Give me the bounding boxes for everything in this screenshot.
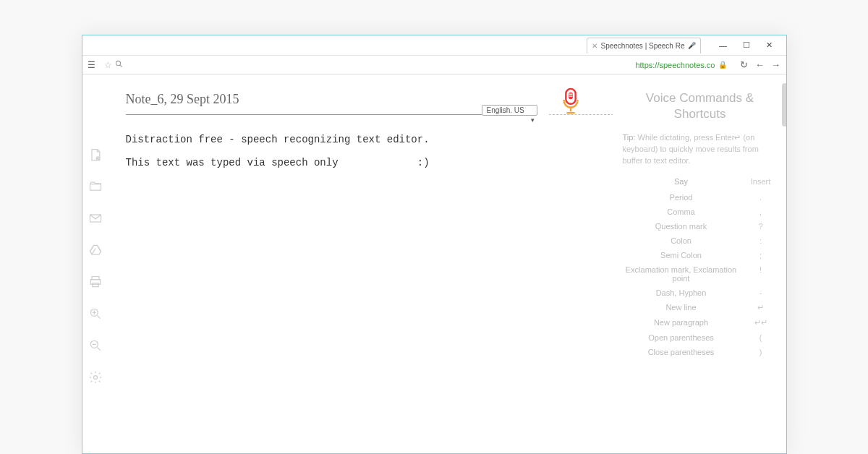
forward-icon[interactable]: → bbox=[770, 59, 782, 70]
nav-buttons: ↻ ← → bbox=[734, 59, 782, 70]
command-say: Semi Colon bbox=[623, 251, 744, 260]
drive-icon[interactable] bbox=[88, 242, 103, 258]
lock-icon: 🔒 bbox=[718, 61, 727, 69]
minimize-button[interactable]: — bbox=[714, 39, 733, 52]
command-row: Exclamation mark, Exclamation point! bbox=[623, 262, 778, 286]
commands-table: Say Insert Period.Comma,Question mark?Co… bbox=[623, 177, 778, 359]
tab-mic-icon: 🎤 bbox=[688, 42, 696, 49]
command-row: Close parentheses) bbox=[623, 345, 778, 359]
open-folder-icon[interactable] bbox=[88, 179, 103, 194]
addressbar: ☰ ☆ https://speechnotes.co 🔒 ↻ ← → bbox=[82, 56, 786, 74]
tab-title: Speechnotes | Speech Re bbox=[600, 42, 684, 50]
command-say: New paragraph bbox=[623, 318, 744, 327]
language-select[interactable]: English. US bbox=[482, 105, 537, 116]
svg-point-9 bbox=[93, 376, 97, 380]
command-insert: ! bbox=[744, 265, 778, 283]
left-toolbar bbox=[82, 74, 109, 453]
svg-rect-4 bbox=[92, 277, 99, 280]
page-content: Note_6, 29 Sept 2015 English. US bbox=[82, 74, 786, 453]
command-insert: ( bbox=[744, 333, 778, 342]
command-say: Open parentheses bbox=[623, 333, 744, 342]
command-row: New line↵ bbox=[623, 300, 778, 315]
sidebar-heading: Voice Commands & Shortcuts bbox=[623, 90, 778, 122]
col-insert: Insert bbox=[744, 177, 778, 186]
command-insert: ↵ bbox=[744, 303, 778, 312]
back-icon[interactable]: ← bbox=[754, 59, 766, 70]
svg-line-1 bbox=[119, 65, 122, 67]
command-row: New paragraph↵↵ bbox=[623, 315, 778, 330]
titlebar: ✕ Speechnotes | Speech Re 🎤 — ☐ ✕ bbox=[82, 35, 786, 56]
scrollbar-thumb[interactable] bbox=[782, 83, 786, 127]
command-say: Period bbox=[623, 193, 744, 202]
command-say: New line bbox=[623, 303, 744, 312]
search-icon[interactable] bbox=[115, 60, 123, 69]
command-row: Period. bbox=[623, 190, 778, 205]
command-insert: : bbox=[744, 236, 778, 245]
command-insert: - bbox=[744, 288, 778, 297]
command-say: Question mark bbox=[623, 222, 744, 231]
command-insert: ; bbox=[744, 251, 778, 260]
note-title[interactable]: Note_6, 29 Sept 2015 bbox=[126, 92, 239, 106]
svg-rect-13 bbox=[569, 95, 572, 96]
menu-icon[interactable]: ☰ bbox=[87, 60, 97, 70]
print-icon[interactable] bbox=[88, 274, 103, 290]
close-button[interactable]: ✕ bbox=[760, 39, 779, 52]
settings-icon[interactable] bbox=[88, 369, 103, 385]
url-field[interactable]: ☆ https://speechnotes.co 🔒 bbox=[101, 59, 730, 72]
command-row: Semi Colon; bbox=[623, 248, 778, 262]
command-say: Exclamation mark, Exclamation point bbox=[623, 265, 744, 283]
command-row: Dash, Hyphen- bbox=[623, 286, 778, 300]
command-say: Colon bbox=[623, 236, 744, 245]
command-insert: , bbox=[744, 207, 778, 216]
browser-tab[interactable]: ✕ Speechnotes | Speech Re 🎤 bbox=[587, 38, 700, 53]
note-body[interactable]: Distraction free - speech recognizing te… bbox=[126, 134, 595, 168]
command-say: Comma bbox=[623, 207, 744, 216]
svg-rect-6 bbox=[92, 283, 98, 287]
note-title-row: Note_6, 29 Sept 2015 English. US bbox=[126, 92, 537, 115]
svg-rect-12 bbox=[569, 94, 572, 95]
maximize-button[interactable]: ☐ bbox=[737, 39, 756, 52]
svg-rect-11 bbox=[569, 93, 573, 99]
command-row: Comma, bbox=[623, 205, 778, 219]
command-insert: ? bbox=[744, 222, 778, 231]
command-say: Dash, Hyphen bbox=[623, 288, 744, 297]
command-say: Close parentheses bbox=[623, 348, 744, 356]
command-insert: ) bbox=[744, 348, 778, 356]
browser-window: ✕ Speechnotes | Speech Re 🎤 — ☐ ✕ ☰ ☆ ht… bbox=[82, 35, 787, 454]
zoom-in-icon[interactable] bbox=[88, 306, 103, 322]
command-insert: ↵↵ bbox=[744, 318, 778, 327]
reload-icon[interactable]: ↻ bbox=[739, 59, 750, 70]
zoom-out-icon[interactable] bbox=[88, 338, 103, 354]
command-insert: . bbox=[744, 193, 778, 202]
email-icon[interactable] bbox=[88, 210, 103, 226]
editor-area: Note_6, 29 Sept 2015 English. US bbox=[109, 74, 613, 453]
command-row: Question mark? bbox=[623, 219, 778, 234]
tab-close-icon[interactable]: ✕ bbox=[592, 42, 597, 50]
window-controls: — ☐ ✕ bbox=[707, 39, 786, 52]
new-doc-icon[interactable] bbox=[88, 147, 103, 163]
star-icon[interactable]: ☆ bbox=[104, 60, 112, 70]
sidebar: Voice Commands & Shortcuts Tip: While di… bbox=[613, 74, 786, 453]
svg-point-0 bbox=[116, 61, 120, 65]
url-text: https://speechnotes.co 🔒 bbox=[635, 61, 726, 69]
tip-text: Tip: While dictating, press Enter↵ (on k… bbox=[623, 132, 778, 167]
col-say: Say bbox=[623, 177, 744, 186]
command-row: Colon: bbox=[623, 234, 778, 248]
command-row: Open parentheses( bbox=[623, 330, 778, 345]
